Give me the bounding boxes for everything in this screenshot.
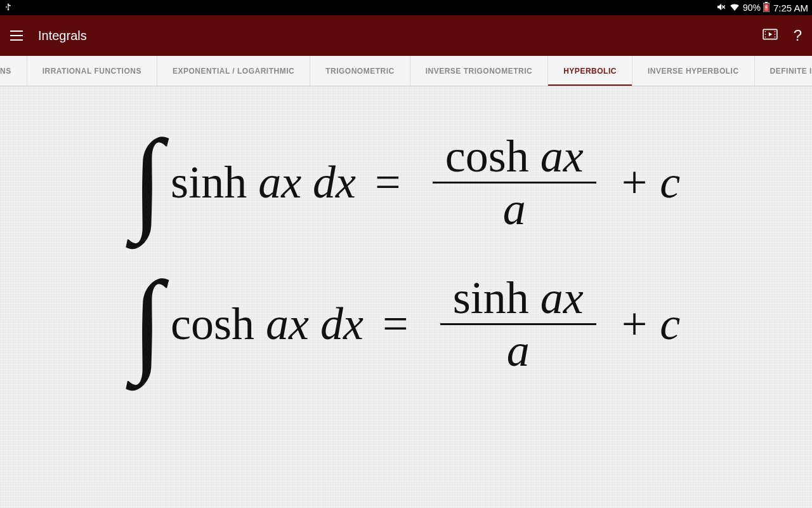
svg-point-5 [764, 34, 766, 35]
mute-icon [716, 2, 726, 14]
svg-point-7 [774, 31, 775, 32]
status-time: 7:25 AM [773, 3, 808, 13]
formula-1-numerator: cosh ax [433, 131, 596, 182]
formula-1-integrand: sinh ax dx [171, 156, 356, 209]
tab-inverse-trigonometric[interactable]: INVERSE TRIGONOMETRIC [410, 56, 549, 86]
help-icon[interactable]: ? [794, 27, 802, 44]
formula-1-func: sinh [171, 157, 247, 208]
formula-2-numerator: sinh ax [440, 272, 596, 323]
formula-2-integrand: cosh ax dx [171, 298, 363, 351]
usb-icon [4, 3, 13, 13]
formula-content: ∫ sinh ax dx = cosh ax a + c ∫ cosh ax d… [0, 86, 812, 508]
formula-1-tail: ax dx [258, 157, 356, 208]
integral-sign-icon: ∫ [132, 135, 163, 226]
formula-2: ∫ cosh ax dx = sinh ax a + c [51, 272, 761, 376]
svg-rect-1 [765, 2, 768, 3]
formula-1-denominator: a [490, 184, 539, 234]
app-action-bar: Integrals ? [0, 15, 812, 56]
menu-icon[interactable] [10, 28, 25, 43]
formula-2-fraction: sinh ax a [440, 272, 596, 376]
formula-1: ∫ sinh ax dx = cosh ax a + c [51, 131, 761, 234]
tab-inverse-hyperbolic[interactable]: INVERSE HYPERBOLIC [632, 56, 755, 86]
tab-strip: NS IRRATIONAL FUNCTIONS EXPONENTIAL / LO… [0, 56, 812, 86]
tab-irrational-functions[interactable]: IRRATIONAL FUNCTIONS [27, 56, 157, 86]
formula-1-constant: c [660, 156, 680, 209]
video-icon[interactable] [762, 26, 778, 45]
equals-sign: = [375, 156, 401, 209]
svg-point-6 [764, 36, 766, 37]
svg-point-8 [774, 34, 775, 35]
formula-1-num-func: cosh [445, 131, 529, 182]
android-status-bar: 90% 7:25 AM [0, 0, 812, 15]
plus-sign: + [622, 156, 648, 209]
integral-sign-icon: ∫ [132, 276, 163, 368]
battery-percent: 90% [743, 3, 761, 13]
tab-hyperbolic[interactable]: HYPERBOLIC [548, 56, 632, 86]
svg-point-9 [774, 36, 775, 37]
tab-definite-integrals[interactable]: DEFINITE INTEGRALS [755, 56, 812, 86]
formula-2-num-tail: ax [540, 272, 584, 323]
formula-2-num-func: sinh [453, 272, 529, 323]
equals-sign: = [383, 298, 409, 351]
formula-1-num-tail: ax [540, 131, 584, 182]
tab-trigonometric[interactable]: TRIGONOMETRIC [310, 56, 410, 86]
formula-2-func: cosh [171, 298, 254, 349]
tab-fragment-left[interactable]: NS [0, 56, 27, 86]
formula-1-fraction: cosh ax a [433, 131, 596, 234]
app-title: Integrals [38, 29, 87, 43]
tab-exponential-logarithmic[interactable]: EXPONENTIAL / LOGARITHMIC [157, 56, 310, 86]
wifi-icon [729, 1, 740, 15]
formula-2-constant: c [660, 298, 680, 351]
battery-icon [763, 2, 769, 14]
plus-sign: + [622, 298, 648, 351]
formula-2-denominator: a [494, 325, 542, 376]
svg-point-4 [764, 31, 766, 32]
formula-2-tail: ax dx [266, 298, 363, 349]
